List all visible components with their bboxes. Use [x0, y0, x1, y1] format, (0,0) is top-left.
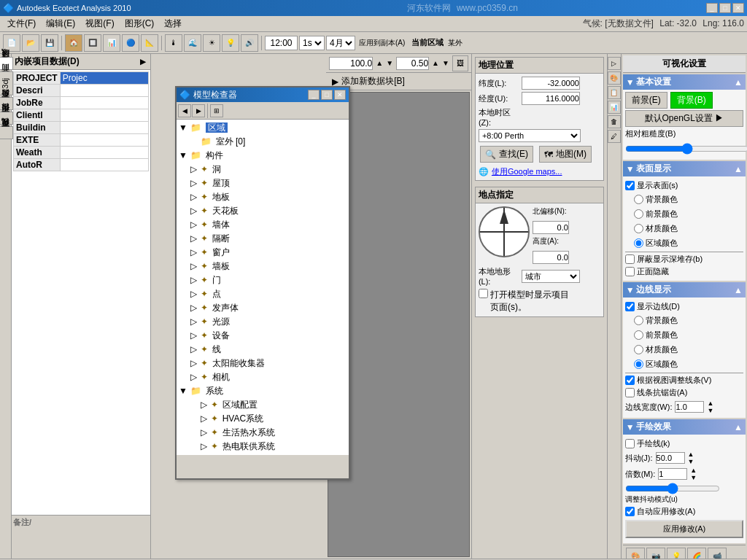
tab-reports[interactable]: 报告页面	[0, 112, 13, 125]
tree-node-floor[interactable]: ▷ ✦ 地板	[178, 190, 347, 204]
tree-node-line[interactable]: ▷ ✦ 线	[178, 343, 347, 357]
edge-zone-radio[interactable]	[634, 359, 643, 369]
search-location-btn[interactable]: 🔍 查找(E)	[480, 146, 533, 163]
val-cell[interactable]	[60, 122, 149, 134]
apply-changes-btn[interactable]: 应用修改(A)	[625, 520, 743, 538]
vis-texture-icon[interactable]: 📷	[646, 548, 665, 559]
tree-node-hole[interactable]: ▷ ✦ 洞	[178, 163, 347, 176]
jitter-input[interactable]	[656, 452, 685, 464]
basic-header[interactable]: ▼ 基本设置 ▲	[623, 74, 746, 90]
edge-bg-radio[interactable]	[634, 316, 643, 325]
menu-graphics[interactable]: 图形(C)	[120, 16, 159, 31]
project-data-expand[interactable]: ▶	[139, 58, 147, 66]
tree-node-wall[interactable]: ▷ ✦ 墙体	[178, 218, 347, 232]
tree-node-panel[interactable]: ▷ ✦ 墙板	[178, 260, 347, 273]
scroll-up-basic[interactable]: ▲	[734, 77, 743, 88]
zone-label[interactable]: 区域	[206, 122, 228, 133]
bg-color-radio[interactable]	[634, 195, 643, 204]
sketch-line-cb[interactable]	[625, 439, 635, 448]
inspector-maximize[interactable]: □	[321, 90, 333, 100]
side-icon-4[interactable]: 📊	[608, 101, 621, 114]
sketch-header[interactable]: ▼ 手绘效果 ▲	[623, 419, 746, 435]
terrain-select[interactable]: 城市	[522, 270, 580, 283]
tab-analysis[interactable]: 分析页面	[0, 97, 13, 110]
tree-node-components[interactable]: ▼ 📁 构件	[178, 149, 347, 163]
tree-node-ceiling[interactable]: ▷ ✦ 天花板	[178, 204, 347, 218]
tool7[interactable]: 🌊	[184, 34, 201, 52]
vis-light-icon[interactable]: 💡	[667, 548, 686, 559]
height-input[interactable]	[533, 251, 569, 264]
menu-select[interactable]: 选择	[160, 16, 186, 31]
side-icon-1[interactable]: ▷	[608, 57, 621, 70]
map-btn[interactable]: 🗺 地图(M)	[539, 146, 592, 163]
lat-input[interactable]	[522, 77, 580, 90]
zone-color-radio[interactable]	[634, 238, 643, 248]
new-btn[interactable]: 📄	[3, 34, 20, 52]
scale-arrow-dn[interactable]: ▼	[386, 59, 393, 67]
tree-node-system[interactable]: ▼ 📁 系统	[178, 384, 347, 398]
surface-header[interactable]: ▼ 表面显示 ▲	[623, 161, 746, 176]
val-cell[interactable]	[60, 85, 149, 97]
inspector-minimize[interactable]: _	[308, 90, 320, 100]
render-btn[interactable]: 🖼	[452, 55, 468, 71]
tree-node-zone-cfg[interactable]: ▷ ✦ 区域配置	[178, 398, 347, 412]
val-cell[interactable]	[60, 109, 149, 122]
back-btn[interactable]: 背景(B)	[670, 92, 713, 109]
scroll-up-sketch[interactable]: ▲	[734, 422, 743, 432]
tree-node-hvac[interactable]: ▷ ✦ HVAC系统	[178, 412, 347, 426]
side-icon-5[interactable]: 🗑	[608, 115, 621, 128]
open-btn[interactable]: 📂	[22, 34, 39, 52]
tree-node-schedule[interactable]: ▼ 📁 时间表	[178, 454, 347, 455]
opengl-btn[interactable]: 默认OpenGL设置 ▶	[625, 110, 743, 127]
menu-view[interactable]: 视图(F)	[81, 16, 118, 31]
tab-vis[interactable]: 可视化页面	[0, 126, 13, 139]
fg-color-radio[interactable]	[634, 209, 643, 219]
offset-arrow-up[interactable]: ▲	[432, 59, 439, 67]
jitter-mode-slider[interactable]	[625, 483, 720, 494]
inspector-fwd-btn[interactable]: ▶	[192, 104, 205, 117]
lng-input[interactable]	[522, 92, 580, 105]
tool2[interactable]: 🔲	[84, 34, 101, 52]
title-bar-controls[interactable]: _ □ ✕	[706, 3, 744, 13]
show-edge-cb[interactable]	[625, 302, 635, 311]
side-icon-6[interactable]: 🖊	[608, 130, 621, 143]
side-icon-2[interactable]: 🎨	[608, 71, 621, 85]
front-btn[interactable]: 前景(E)	[625, 92, 667, 109]
edge-mat-radio[interactable]	[634, 345, 643, 354]
timezone-select[interactable]: +8:00 Perth	[479, 129, 581, 142]
tree-node-sound[interactable]: ▷ ✦ 发声体	[178, 301, 347, 315]
inspector-expand-btn[interactable]: ⊞	[210, 104, 223, 117]
adjust-line-cb[interactable]	[625, 376, 635, 385]
scale-input[interactable]	[329, 57, 373, 70]
tool4[interactable]: 🔵	[122, 34, 139, 52]
vis-cam-icon[interactable]: 📹	[708, 548, 727, 559]
tree-node-point[interactable]: ▷ ✦ 点	[178, 287, 347, 301]
offset-arrow-dn[interactable]: ▼	[442, 59, 449, 67]
tree-node-roof[interactable]: ▷ ✦ 屋顶	[178, 176, 347, 190]
roughness-slider[interactable]	[625, 144, 747, 154]
tool1[interactable]: 🏠	[65, 34, 82, 52]
menu-edit[interactable]: 编辑(E)	[42, 16, 80, 31]
tree-node-chp[interactable]: ▷ ✦ 热电联供系统	[178, 440, 347, 454]
scroll-up-surf[interactable]: ▲	[734, 164, 743, 174]
inspector-back-btn[interactable]: ◀	[178, 104, 191, 117]
show-surface-cb[interactable]	[625, 181, 635, 190]
auto-apply-cb[interactable]	[625, 507, 635, 516]
tab-project-area[interactable]: 项目区域	[0, 57, 13, 70]
tree-node-outdoor[interactable]: 📁 室外 [0]	[178, 135, 347, 149]
tree-node-light[interactable]: ▷ ✦ 光源	[178, 315, 347, 329]
tree-node-hw[interactable]: ▷ ✦ 生活热水系统	[178, 426, 347, 440]
time-input[interactable]	[265, 36, 298, 50]
val-cell[interactable]: Projec	[60, 72, 149, 85]
val-cell[interactable]	[60, 97, 149, 109]
tree-node-solar[interactable]: ▷ ✦ 太阳能收集器	[178, 357, 347, 370]
multi-arrows[interactable]: ▲▼	[690, 467, 697, 481]
tree-node-zone[interactable]: ▼ 📁 区域	[178, 121, 347, 135]
tree-node-window[interactable]: ▷ ✦ 窗户	[178, 246, 347, 260]
tab-3d-page[interactable]: 3dj前面	[0, 71, 13, 96]
edge-width-arrows[interactable]: ▲▼	[707, 400, 713, 414]
edge-header[interactable]: ▼ 边线显示 ▲	[623, 282, 746, 298]
scale-arrow-up[interactable]: ▲	[376, 59, 383, 67]
time-step-select[interactable]: 1st	[299, 36, 325, 50]
save-display-cb[interactable]	[625, 254, 635, 264]
